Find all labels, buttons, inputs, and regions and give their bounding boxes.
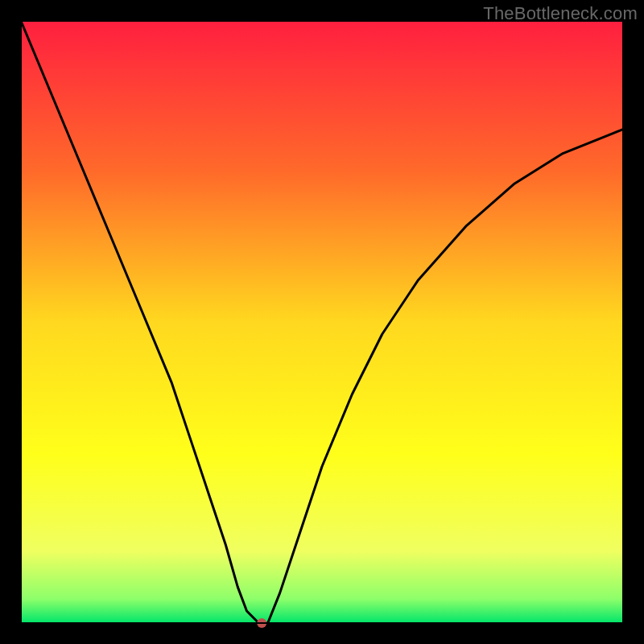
watermark-label: TheBottleneck.com <box>483 3 638 24</box>
chart-container: TheBottleneck.com <box>0 0 644 644</box>
bottleneck-chart <box>0 0 644 644</box>
chart-background <box>21 21 623 623</box>
